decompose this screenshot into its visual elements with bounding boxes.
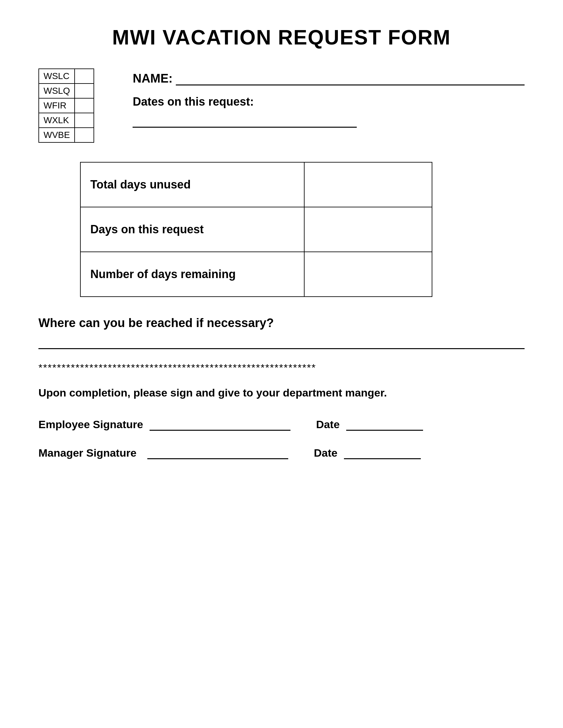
contact-question: Where can you be reached if necessary? bbox=[38, 316, 525, 330]
manager-sig-label: Manager Signature bbox=[38, 447, 141, 459]
top-section: WSLC WSLQ WFIR WXLK WVBE NAME: Dates on … bbox=[38, 68, 525, 143]
manager-sig-line[interactable] bbox=[147, 448, 288, 459]
code-table-row: WVBE bbox=[39, 128, 94, 142]
code-value[interactable] bbox=[75, 69, 94, 84]
employee-signature-row: Employee Signature Date bbox=[38, 418, 525, 431]
days-row-label: Days on this request bbox=[80, 207, 304, 252]
code-label: WFIR bbox=[39, 98, 75, 113]
days-row-value[interactable] bbox=[304, 162, 432, 207]
code-table-row: WFIR bbox=[39, 98, 94, 113]
dates-label: Dates on this request: bbox=[133, 95, 525, 108]
name-label: NAME: bbox=[133, 72, 173, 85]
code-table-row: WSLC bbox=[39, 69, 94, 84]
code-table-row: WSLQ bbox=[39, 84, 94, 98]
days-row-label: Number of days remaining bbox=[80, 252, 304, 297]
days-table-container: Total days unused Days on this request N… bbox=[80, 162, 525, 297]
days-table-row: Total days unused bbox=[80, 162, 432, 207]
name-row: NAME: bbox=[133, 72, 525, 85]
code-table-row: WXLK bbox=[39, 113, 94, 128]
days-table: Total days unused Days on this request N… bbox=[80, 162, 432, 297]
employee-date-label: Date bbox=[316, 418, 340, 431]
days-table-row: Days on this request bbox=[80, 207, 432, 252]
code-table: WSLC WSLQ WFIR WXLK WVBE bbox=[38, 68, 94, 143]
days-table-row: Number of days remaining bbox=[80, 252, 432, 297]
signature-section: Employee Signature Date Manager Signatur… bbox=[38, 418, 525, 459]
contact-input-line[interactable] bbox=[38, 346, 525, 349]
employee-sig-label: Employee Signature bbox=[38, 418, 143, 431]
manager-signature-row: Manager Signature Date bbox=[38, 447, 525, 459]
employee-sig-line[interactable] bbox=[149, 419, 291, 431]
name-input-line[interactable] bbox=[176, 74, 525, 85]
days-row-label: Total days unused bbox=[80, 162, 304, 207]
code-label: WSLQ bbox=[39, 84, 75, 98]
code-label: WSLC bbox=[39, 69, 75, 84]
code-label: WXLK bbox=[39, 113, 75, 128]
code-value[interactable] bbox=[75, 98, 94, 113]
days-row-value[interactable] bbox=[304, 252, 432, 297]
code-label: WVBE bbox=[39, 128, 75, 142]
page-title: MWI VACATION REQUEST FORM bbox=[38, 26, 525, 49]
contact-section: Where can you be reached if necessary? bbox=[38, 316, 525, 349]
divider-stars: ****************************************… bbox=[38, 362, 525, 374]
manager-date-label: Date bbox=[314, 447, 338, 459]
completion-notice: Upon completion, please sign and give to… bbox=[38, 387, 525, 399]
code-value[interactable] bbox=[75, 128, 94, 142]
code-value[interactable] bbox=[75, 84, 94, 98]
code-value[interactable] bbox=[75, 113, 94, 128]
employee-date-line[interactable] bbox=[346, 419, 423, 431]
dates-input-line[interactable] bbox=[133, 124, 357, 128]
manager-date-line[interactable] bbox=[344, 448, 421, 459]
days-row-value[interactable] bbox=[304, 207, 432, 252]
name-dates-section: NAME: Dates on this request: bbox=[133, 68, 525, 128]
